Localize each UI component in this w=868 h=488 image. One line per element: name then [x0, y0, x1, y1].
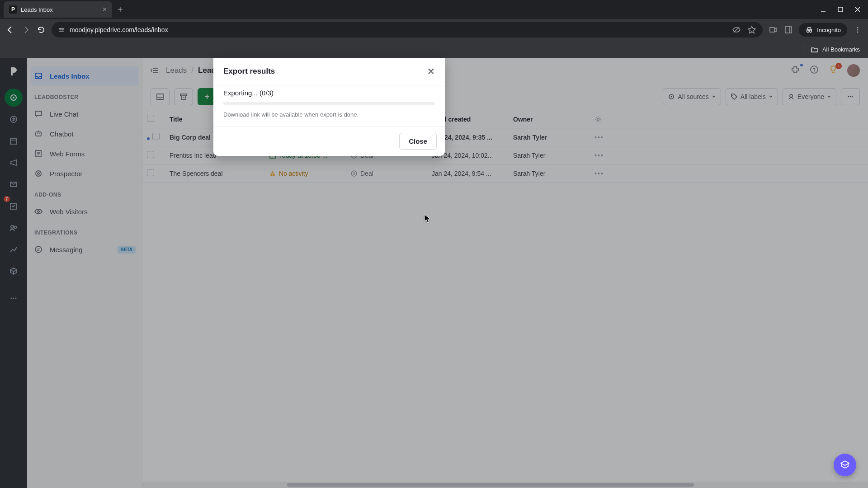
window-controls — [820, 6, 868, 13]
close-icon[interactable]: × — [103, 5, 107, 14]
export-modal: Export results ✕ Exporting... (0/3) Down… — [213, 58, 445, 156]
close-button[interactable]: Close — [399, 133, 437, 150]
site-settings-icon[interactable] — [58, 26, 65, 33]
modal-title: Export results — [223, 67, 275, 76]
star-icon[interactable] — [747, 25, 756, 34]
modal-footer: Close — [213, 127, 445, 156]
app: 7 Leads Inbox LEADBOOSTER Live Chat Chat… — [0, 58, 868, 488]
help-fab[interactable] — [834, 454, 856, 476]
svg-point-8 — [857, 29, 859, 31]
modal-header: Export results ✕ — [213, 58, 445, 85]
forward-icon[interactable] — [21, 25, 31, 35]
svg-point-2 — [62, 29, 64, 31]
url-field[interactable]: moodjoy.pipedrive.com/leads/inbox — [52, 22, 763, 38]
maximize-icon[interactable] — [837, 6, 844, 13]
back-icon[interactable] — [5, 25, 15, 35]
media-icon[interactable] — [768, 25, 778, 35]
svg-point-1 — [60, 28, 61, 29]
svg-rect-4 — [785, 27, 792, 33]
browser-tab[interactable]: P Leads Inbox × — [4, 1, 112, 18]
reload-icon[interactable] — [36, 25, 46, 35]
modal-close-icon[interactable]: ✕ — [427, 66, 435, 77]
progress-bar — [223, 102, 435, 105]
url-text: moodjoy.pipedrive.com/leads/inbox — [70, 26, 168, 33]
export-status: Exporting... (0/3) — [223, 89, 435, 97]
svg-point-3 — [61, 31, 62, 32]
tab-bar: P Leads Inbox × + — [0, 0, 868, 19]
minimize-icon[interactable] — [820, 6, 826, 13]
all-bookmarks-label: All Bookmarks — [822, 46, 860, 53]
folder-icon — [811, 46, 819, 54]
svg-rect-0 — [838, 7, 843, 12]
svg-point-7 — [857, 27, 859, 28]
incognito-icon — [805, 26, 813, 34]
tab-title: Leads Inbox — [21, 6, 53, 13]
modal-body: Exporting... (0/3) Download link will be… — [213, 85, 445, 127]
svg-point-6 — [810, 30, 812, 33]
svg-point-9 — [857, 32, 859, 33]
bookmarks-bar: All Bookmarks — [0, 41, 868, 58]
tab-favicon: P — [9, 5, 17, 14]
export-hint: Download link will be available when exp… — [223, 111, 435, 118]
all-bookmarks-button[interactable]: All Bookmarks — [811, 46, 860, 54]
incognito-badge[interactable]: Incognito — [799, 23, 847, 37]
more-icon[interactable] — [853, 25, 863, 35]
svg-point-5 — [807, 30, 809, 33]
url-bar: moodjoy.pipedrive.com/leads/inbox Incogn… — [0, 19, 868, 41]
incognito-label: Incognito — [817, 27, 841, 33]
new-tab-button[interactable]: + — [118, 5, 123, 15]
close-window-icon[interactable] — [854, 6, 861, 13]
browser-chrome: P Leads Inbox × + moodjoy.pipedrive.com/… — [0, 0, 868, 58]
eye-off-icon[interactable] — [732, 25, 741, 34]
panel-icon[interactable] — [783, 25, 793, 35]
